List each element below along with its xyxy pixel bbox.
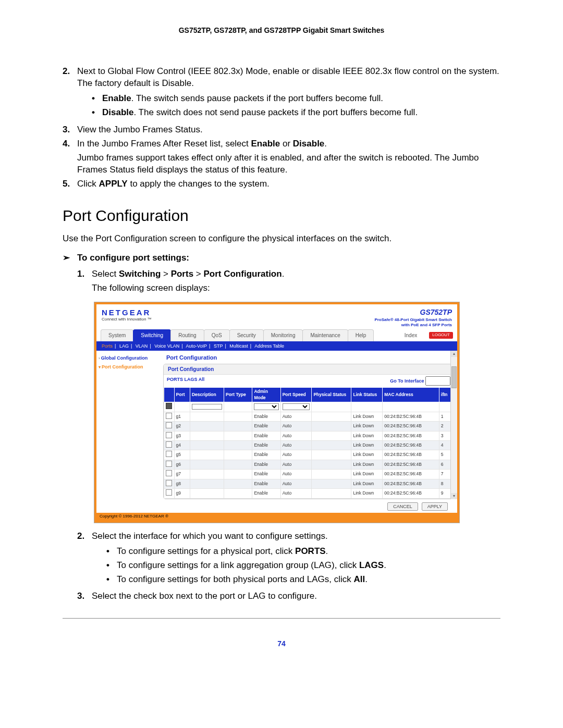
row-checkbox[interactable] xyxy=(166,432,172,438)
port-table: Port Description Port Type Admin Mode Po… xyxy=(164,387,454,499)
scroll-thumb[interactable] xyxy=(451,366,457,388)
tab-help[interactable]: Help xyxy=(348,329,374,341)
tab-qos[interactable]: QoS xyxy=(204,329,230,341)
filter-admin-select[interactable] xyxy=(254,403,278,410)
cell-mac: 00:24:B2:5C:96:4B xyxy=(383,460,439,469)
p2-b2: To configure settings for a link aggrega… xyxy=(117,560,500,572)
col-admin: Admin Mode xyxy=(252,388,280,402)
subtab-lag[interactable]: LAG xyxy=(119,343,129,349)
step-3-num: 3. xyxy=(63,124,77,136)
cell-admin: Enable xyxy=(252,412,280,421)
subtab-multicast[interactable]: Multicast xyxy=(229,343,248,349)
filter-row xyxy=(164,402,454,412)
cell-type xyxy=(224,422,252,431)
step2-enable: Enable. The switch sends pause packets i… xyxy=(102,93,500,105)
cell-phys xyxy=(312,412,351,421)
subtab-ports[interactable]: Ports xyxy=(102,343,113,349)
brand-tagline: Connect with Innovation ™ xyxy=(102,317,152,323)
table-row: g5EnableAutoLink Down00:24:B2:5C:96:4B5 xyxy=(164,450,454,460)
filter-speed-select[interactable] xyxy=(283,403,310,410)
cell-desc xyxy=(190,422,224,431)
tab-maintenance[interactable]: Maintenance xyxy=(302,329,348,341)
subtab-addresstable[interactable]: Address Table xyxy=(254,343,284,349)
row-checkbox[interactable] xyxy=(166,451,172,457)
row-checkbox[interactable] xyxy=(166,461,172,467)
subtab-stp[interactable]: STP xyxy=(214,343,223,349)
row-checkbox[interactable] xyxy=(166,480,172,486)
table-row: g7EnableAutoLink Down00:24:B2:5C:96:4B7 xyxy=(164,470,454,479)
table-row: g1EnableAutoLink Down00:24:B2:5C:96:4B1 xyxy=(164,412,454,421)
row-checkbox[interactable] xyxy=(166,489,172,496)
arrow-icon: ➢ xyxy=(63,252,77,264)
goto-interface-input[interactable] xyxy=(425,376,450,386)
cell-type xyxy=(224,470,252,479)
cancel-button[interactable]: CANCEL xyxy=(387,502,418,511)
scroll-up-icon[interactable]: ▴ xyxy=(451,351,457,357)
row-checkbox[interactable] xyxy=(166,413,172,419)
step-3-text: View the Jumbo Frames Status. xyxy=(77,124,500,136)
cell-desc xyxy=(190,450,224,460)
row-checkbox[interactable] xyxy=(166,441,172,448)
bullet-dot: • xyxy=(92,107,102,119)
p2-num: 2. xyxy=(77,530,92,589)
procedure-heading: ➢ To configure port settings: xyxy=(63,252,500,264)
cell-mac: 00:24:B2:5C:96:4B xyxy=(383,422,439,431)
cell-desc xyxy=(190,431,224,440)
scroll-down-icon[interactable]: ▾ xyxy=(451,493,457,499)
footer-rule xyxy=(63,618,500,619)
cell-desc xyxy=(190,470,224,479)
select-all-checkbox[interactable] xyxy=(166,403,172,409)
filter-desc-input[interactable] xyxy=(192,404,222,410)
tab-switching[interactable]: Switching xyxy=(133,329,171,341)
p2-text: Select the interface for which you want … xyxy=(92,531,328,541)
sidebar-port-config[interactable]: ▾Port Configuration xyxy=(99,363,161,372)
tab-security[interactable]: Security xyxy=(229,329,264,341)
row-checkbox[interactable] xyxy=(166,470,172,476)
cell-mac: 00:24:B2:5C:96:4B xyxy=(383,479,439,488)
step4-line: In the Jumbo Frames After Reset list, se… xyxy=(77,139,327,149)
cell-desc xyxy=(190,412,224,421)
proc-step-2: 2. Select the interface for which you wa… xyxy=(77,530,500,589)
cell-mac: 00:24:B2:5C:96:4B xyxy=(383,431,439,440)
vertical-scrollbar[interactable]: ▴ ▾ xyxy=(450,351,457,499)
cell-port: g6 xyxy=(174,460,190,469)
cell-desc xyxy=(190,479,224,488)
section-heading: Port Configuration xyxy=(63,205,500,227)
p1-num: 1. xyxy=(77,268,92,294)
cell-admin: Enable xyxy=(252,440,280,450)
main-tabs: System Switching Routing QoS Security Mo… xyxy=(96,329,457,341)
logout-button[interactable]: LOGOUT xyxy=(429,332,453,339)
subtab-vlan[interactable]: VLAN xyxy=(136,343,148,349)
ports-lags-all[interactable]: PORTS LAGS All xyxy=(167,376,204,386)
cell-type xyxy=(224,489,252,498)
cell-link: Link Down xyxy=(351,460,383,469)
cell-speed: Auto xyxy=(280,479,312,488)
row-checkbox[interactable] xyxy=(166,422,172,428)
cell-link: Link Down xyxy=(351,479,383,488)
cell-type xyxy=(224,479,252,488)
subtab-autovoip[interactable]: Auto-VoIP xyxy=(186,343,207,349)
cell-speed: Auto xyxy=(280,450,312,460)
cell-admin: Enable xyxy=(252,489,280,498)
cell-type xyxy=(224,450,252,460)
step-5: 5. Click APPLY to apply the changes to t… xyxy=(63,178,500,190)
tab-system[interactable]: System xyxy=(101,329,133,341)
cell-speed: Auto xyxy=(280,470,312,479)
sidebar-global-config[interactable]: ›Global Configuration xyxy=(99,354,161,363)
copyright-text: Copyright © 1996-2012 NETGEAR ® xyxy=(96,513,457,521)
col-check xyxy=(164,388,175,402)
col-speed: Port Speed xyxy=(280,388,312,402)
table-row: g3EnableAutoLink Down00:24:B2:5C:96:4B3 xyxy=(164,431,454,440)
tab-routing[interactable]: Routing xyxy=(170,329,204,341)
cell-speed: Auto xyxy=(280,489,312,498)
subtab-voicevlan[interactable]: Voice VLAN xyxy=(154,343,179,349)
tab-index[interactable]: Index xyxy=(397,330,424,341)
tab-monitoring[interactable]: Monitoring xyxy=(263,329,303,341)
step-3: 3. View the Jumbo Frames Status. xyxy=(63,124,500,136)
cell-type xyxy=(224,460,252,469)
cell-phys xyxy=(312,460,351,469)
cell-speed: Auto xyxy=(280,440,312,450)
cell-speed: Auto xyxy=(280,412,312,421)
cell-mac: 00:24:B2:5C:96:4B xyxy=(383,470,439,479)
apply-button[interactable]: APPLY xyxy=(422,502,448,511)
